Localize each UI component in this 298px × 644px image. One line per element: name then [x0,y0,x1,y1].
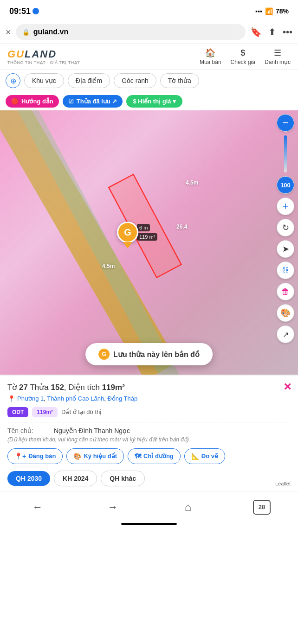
location-button[interactable]: ⊕ [6,73,20,88]
zoom-level-display: 100 [277,176,294,194]
huong-dan-tag[interactable]: 🔴 Hướng dẫn [6,95,59,108]
logo-area: GULAND THÔNG TIN THẬT - GIÁ TRỊ THẬT [7,48,80,65]
thua-luu-icon: ☑ [68,98,74,105]
time-display: 09:51 [9,6,31,16]
map-marker[interactable]: G [116,222,139,249]
home-indicator [121,523,177,525]
map-tabs-row: QH 2030 KH 2024 QH khác Leaflet [7,471,291,486]
map-right-controls: − 100 + ↻ ➤ ⛓ 🗑 🎨 ↗ [277,110,294,343]
to-thua-button[interactable]: Tờ thửa [160,73,199,88]
goc-ranh-button[interactable]: Góc ranh [114,73,156,88]
huong-dan-label: Hướng dẫn [21,98,53,105]
location-link-province[interactable]: Đồng Tháp [107,395,137,402]
parcel-title: Tờ 27 Thửa 152, Diện tích 119m² [7,382,291,393]
marker-tail [123,242,132,249]
land-parcel-svg: 4.5m 26.4 4.5m [84,157,223,287]
mua-ban-label: Mua bán [200,59,221,65]
land-type-badge: ODT [7,407,28,417]
info-panel: ✕ Tờ 27 Thửa 152, Diện tích 119m² 📍 Phườ… [0,375,298,491]
action-buttons: 📍+ Đăng bán 🎨 Ký hiệu đất 🗺 Chỉ đường 📐 … [7,448,291,464]
land-desc: Đất ở tại đô thị [61,408,102,415]
pin-icon: 📍 [7,395,15,402]
url-bar[interactable]: 🔒 guland.vn [16,24,246,40]
tab-qh-khac[interactable]: QH khác [101,471,145,486]
thua-luu-tag[interactable]: ☑ Thửa đã lưu ↗ [63,95,123,108]
ky-hieu-icon: 🎨 [73,453,81,460]
data-note: (Dữ liệu tham khảo, vui lòng căn cứ theo… [7,436,291,443]
tab-kh2024[interactable]: KH 2024 [54,471,97,486]
svg-text:4.5m: 4.5m [102,263,115,269]
thua-luu-label: Thửa đã lưu ↗ [77,98,117,105]
wifi-icon: 📶 [265,7,273,15]
map-area[interactable]: 4.5m 26.4 4.5m 6 m 119 m² G − 100 + ↻ ➤ … [0,110,298,375]
check-gia-label: Check giá [231,59,255,65]
home-button[interactable]: ⌂ [178,497,198,517]
khu-vuc-button[interactable]: Khu vực [24,73,64,88]
tags-bar: 🔴 Hướng dẫn ☑ Thửa đã lưu ↗ $ Hiển thị g… [0,92,298,110]
nav-check-gia[interactable]: $ Check giá [231,48,255,65]
dien-tich: 119m² [102,383,125,392]
nav-danh-muc[interactable]: ☰ Danh mục [265,48,291,65]
owner-row: Tên chủ: Nguyễn Đình Thanh Ngọc [7,427,291,434]
delete-button[interactable]: 🗑 [277,283,294,300]
dang-ban-icon: 📍+ [14,453,26,460]
zoom-in-button[interactable]: + [277,198,294,215]
tabs-button[interactable]: 28 [253,500,271,515]
area-badge: 119m² [32,407,58,417]
dia-diem-button[interactable]: Địa điểm [68,73,110,88]
svg-text:4.5m: 4.5m [186,179,198,186]
thua-number: 152 [51,383,64,392]
bottom-nav: ← → ⌂ 28 [0,491,298,521]
do-ve-icon: 📐 [191,453,199,460]
back-button[interactable]: ← [27,497,48,517]
do-ve-label: Đo vẽ [201,453,218,459]
save-icon: G [98,349,110,360]
color-button[interactable]: 🎨 [277,304,294,322]
chi-duong-label: Chỉ đường [143,453,174,459]
marker-logo: G [124,227,131,238]
location-link-city[interactable]: Thành phố Cao Lãnh [47,395,104,402]
refresh-button[interactable]: ↻ [277,219,294,236]
marker-circle: G [117,222,138,243]
dang-ban-button[interactable]: 📍+ Đăng bán [7,448,63,464]
close-panel-button[interactable]: ✕ [283,381,292,393]
owner-name: Nguyễn Đình Thanh Ngọc [54,427,291,434]
ky-hieu-dat-button[interactable]: 🎨 Ký hiệu đất [66,448,124,464]
share-map-button[interactable]: ↗ [277,325,294,343]
url-text: guland.vn [33,28,69,36]
dang-ban-label: Đăng bán [28,453,56,459]
status-icons: ▪▪▪ 📶 78% [255,7,289,15]
save-map-button[interactable]: G Lưu thửa này lên bản đồ [85,343,213,365]
owner-label: Tên chủ: [7,427,54,434]
ky-hieu-label: Ký hiệu đất [84,453,117,459]
status-bar: 09:51 ▪▪▪ 📶 78% [0,0,298,20]
forward-button[interactable]: → [103,497,123,517]
share-button[interactable]: ⬆ [268,26,276,38]
hien-thi-label: $ Hiển thị giá ▾ [133,98,176,105]
chi-duong-button[interactable]: 🗺 Chỉ đường [128,448,181,464]
hien-thi-tag[interactable]: $ Hiển thị giá ▾ [126,95,182,108]
leaflet-label: Leaflet [275,481,291,486]
compass-button[interactable]: ➤ [277,240,294,258]
layers-button[interactable]: ⛓ [277,261,294,279]
header-nav: 🏠 Mua bán $ Check giá ☰ Danh mục [200,48,291,65]
dim-label-area: 119 m² [137,233,157,241]
location-link-phuong[interactable]: Phường 1 [17,395,44,402]
danh-muc-label: Danh mục [265,59,291,65]
bookmark-button[interactable]: 🔖 [250,26,262,38]
more-button[interactable]: ••• [283,27,292,38]
location-icon [32,8,39,14]
save-map-label: Lưu thửa này lên bản đồ [113,350,200,359]
app-header: GULAND THÔNG TIN THẬT - GIÁ TRỊ THẬT 🏠 M… [0,44,298,70]
tab-qh2030[interactable]: QH 2030 [7,471,50,486]
do-ve-button[interactable]: 📐 Đo vẽ [184,448,225,464]
mua-ban-icon: 🏠 [205,48,215,58]
zoom-out-button[interactable]: − [277,114,294,132]
location-links: Phường 1, Thành phố Cao Lãnh, Đồng Tháp [17,395,137,402]
browser-close-button[interactable]: × [6,27,11,38]
battery-text: 78% [276,7,289,15]
status-time: 09:51 [9,6,39,16]
danh-muc-icon: ☰ [274,48,281,58]
check-gia-icon: $ [240,48,245,58]
nav-mua-ban[interactable]: 🏠 Mua bán [200,48,221,65]
